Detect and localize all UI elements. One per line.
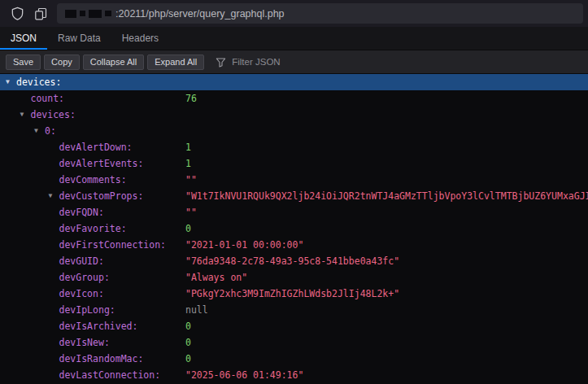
json-key: devIsRandomMac: bbox=[59, 351, 144, 367]
json-key: devAlertEvents: bbox=[59, 155, 144, 172]
json-key: devGroup: bbox=[59, 269, 110, 286]
json-key: devices: bbox=[31, 107, 76, 123]
url-bar[interactable]: :20211/php/server/query_graphql.php bbox=[57, 3, 583, 24]
json-row[interactable]: devAlertEvents:1 bbox=[0, 155, 588, 172]
json-row[interactable]: devFQDN:"" bbox=[0, 204, 588, 220]
expand-arrow-icon[interactable]: ▼ bbox=[34, 123, 38, 139]
json-row[interactable]: devIsNew:0 bbox=[0, 334, 588, 351]
expand-arrow-icon[interactable]: ▼ bbox=[49, 188, 53, 204]
json-key: devLastConnection: bbox=[59, 367, 161, 383]
json-row[interactable]: devFavorite:0 bbox=[0, 220, 588, 237]
json-row[interactable]: devIcon:"PGkgY2xhc3M9ImZhIGZhLWdsb2JlIj4… bbox=[0, 286, 588, 302]
redacted-host bbox=[65, 10, 111, 18]
json-value: 76 bbox=[185, 90, 197, 107]
json-row[interactable]: devIsRandomMac:0 bbox=[0, 351, 588, 367]
json-tree: ▼devices:count:76▼devices:▼0:devAlertDow… bbox=[0, 74, 588, 384]
json-key: devFQDN: bbox=[59, 204, 104, 220]
json-key: devFavorite: bbox=[59, 220, 127, 237]
json-key: devices: bbox=[16, 74, 61, 90]
json-value: null bbox=[185, 302, 208, 318]
collapse-all-button[interactable]: Collapse All bbox=[83, 55, 144, 70]
json-row[interactable]: devLastConnection:"2025-06-06 01:49:16" bbox=[0, 367, 588, 383]
json-value: 0 bbox=[185, 334, 191, 351]
json-row[interactable]: count:76 bbox=[0, 90, 588, 107]
json-key: devIsNew: bbox=[59, 334, 110, 351]
json-key: count: bbox=[31, 90, 65, 107]
json-row[interactable]: devAlertDown:1 bbox=[0, 139, 588, 155]
json-value: 1 bbox=[185, 139, 191, 155]
json-key: devCustomProps: bbox=[59, 188, 144, 204]
expand-arrow-icon[interactable]: ▼ bbox=[6, 74, 10, 90]
json-value: 0 bbox=[185, 220, 191, 237]
json-value: "" bbox=[185, 204, 197, 220]
funnel-icon bbox=[215, 56, 226, 68]
filter-input[interactable] bbox=[230, 56, 575, 68]
tab-json[interactable]: JSON bbox=[0, 27, 47, 50]
json-value: 0 bbox=[185, 351, 191, 367]
json-value: "" bbox=[185, 172, 197, 188]
json-toolbar: Save Copy Collapse All Expand All bbox=[0, 50, 588, 74]
json-key: devAlertDown: bbox=[59, 139, 133, 155]
json-key: devFirstConnection: bbox=[59, 237, 167, 253]
json-value: "2025-06-06 01:49:16" bbox=[185, 367, 303, 383]
json-value: 1 bbox=[185, 155, 191, 172]
json-row[interactable]: ▼devices: bbox=[0, 74, 588, 90]
json-row[interactable]: devIpLong:null bbox=[0, 302, 588, 318]
expand-all-button[interactable]: Expand All bbox=[147, 55, 204, 70]
json-value: "W1t7IkNVU1RQUk9QX2ljb24iOiJQR2tnWTJ4aGM… bbox=[185, 188, 588, 204]
json-row[interactable]: devFirstConnection:"2021-01-01 00:00:00" bbox=[0, 237, 588, 253]
json-value: 0 bbox=[185, 318, 191, 334]
json-row[interactable]: devComments:"" bbox=[0, 172, 588, 188]
json-value: "76da9348-2c78-49a3-95c8-541bbe0a43fc" bbox=[185, 253, 399, 269]
json-row[interactable]: ▼devices: bbox=[0, 107, 588, 123]
json-value: "PGkgY2xhc3M9ImZhIGZhLWdsb2JlIj48L2k+" bbox=[185, 286, 399, 302]
json-row[interactable]: ▼devCustomProps:"W1t7IkNVU1RQUk9QX2ljb24… bbox=[0, 188, 588, 204]
json-key: devIsArchived: bbox=[59, 318, 138, 334]
copy-button[interactable]: Copy bbox=[44, 55, 80, 70]
url-text: :20211/php/server/query_graphql.php bbox=[115, 8, 285, 20]
tab-raw-data[interactable]: Raw Data bbox=[47, 27, 111, 50]
shield-icon[interactable] bbox=[10, 7, 24, 21]
save-button[interactable]: Save bbox=[6, 55, 41, 70]
json-key: 0: bbox=[45, 123, 56, 139]
expand-arrow-icon[interactable]: ▼ bbox=[20, 107, 24, 123]
browser-chrome: :20211/php/server/query_graphql.php bbox=[0, 0, 588, 27]
json-row[interactable]: devGUID:"76da9348-2c78-49a3-95c8-541bbe0… bbox=[0, 253, 588, 269]
json-value: "Always on" bbox=[185, 269, 247, 286]
tab-headers[interactable]: Headers bbox=[111, 27, 169, 50]
json-value: "2021-01-01 00:00:00" bbox=[185, 237, 303, 253]
tab-bar: JSON Raw Data Headers bbox=[0, 27, 588, 50]
json-key: devIcon: bbox=[59, 286, 104, 302]
json-row[interactable]: ▼0: bbox=[0, 123, 588, 139]
json-key: devComments: bbox=[59, 172, 127, 188]
json-key: devGUID: bbox=[59, 253, 104, 269]
json-row[interactable]: devGroup:"Always on" bbox=[0, 269, 588, 286]
pages-icon[interactable] bbox=[33, 7, 48, 21]
json-row[interactable]: devIsArchived:0 bbox=[0, 318, 588, 334]
json-key: devIpLong: bbox=[59, 302, 115, 318]
